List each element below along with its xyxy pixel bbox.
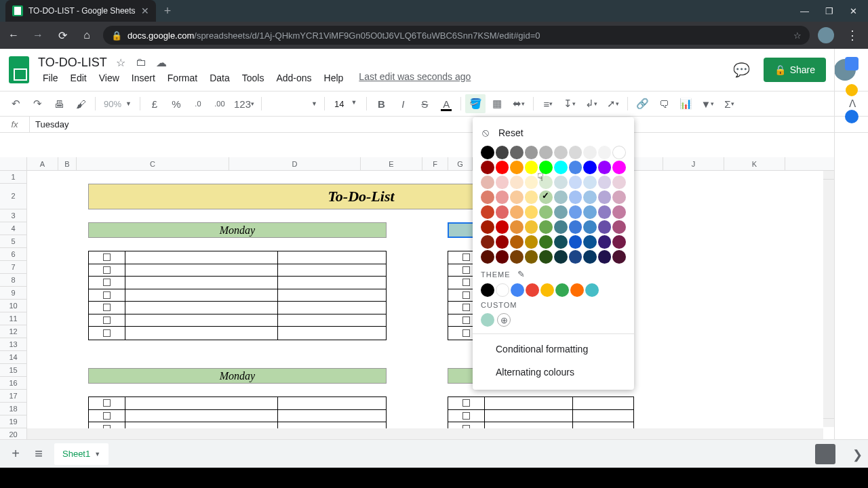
borders-button[interactable]: ▦ <box>487 94 507 113</box>
task-row[interactable] <box>89 314 386 327</box>
undo-button[interactable]: ↶ <box>5 94 26 113</box>
back-button[interactable]: ← <box>5 27 22 43</box>
formula-bar[interactable]: Tuesday <box>30 119 868 129</box>
home-button[interactable]: ⌂ <box>79 27 95 43</box>
color-swatch[interactable] <box>481 205 494 219</box>
color-swatch[interactable] <box>612 220 626 234</box>
checkbox[interactable] <box>103 412 111 420</box>
row-header[interactable]: 14 <box>0 351 27 364</box>
checkbox[interactable] <box>103 304 111 311</box>
color-swatch[interactable] <box>554 235 568 249</box>
color-swatch[interactable] <box>612 146 626 159</box>
color-swatch[interactable] <box>525 220 538 234</box>
task-row[interactable] <box>89 289 386 302</box>
color-swatch[interactable] <box>583 146 597 159</box>
col-header[interactable]: D <box>229 157 361 170</box>
color-swatch[interactable] <box>569 146 583 159</box>
color-swatch[interactable] <box>569 190 583 204</box>
color-swatch[interactable] <box>583 176 597 189</box>
color-swatch[interactable] <box>525 161 538 174</box>
bold-button[interactable]: B <box>371 94 391 113</box>
move-icon[interactable]: 🗀 <box>134 56 148 68</box>
task-row[interactable] <box>89 251 386 264</box>
color-swatch[interactable] <box>539 161 553 174</box>
color-swatch[interactable] <box>554 146 568 159</box>
calendar-icon[interactable] <box>845 57 859 70</box>
keep-icon[interactable] <box>846 84 858 96</box>
theme-swatch[interactable] <box>555 283 569 297</box>
add-sheet-button[interactable]: + <box>5 444 26 464</box>
checkbox[interactable] <box>462 317 470 324</box>
color-swatch[interactable] <box>510 146 524 159</box>
color-swatch[interactable] <box>554 161 568 174</box>
row-header[interactable]: 2 <box>0 184 27 209</box>
checkbox[interactable] <box>462 279 470 286</box>
task-row[interactable] <box>89 397 386 410</box>
insert-comment-button[interactable]: 🗨 <box>654 94 674 113</box>
font-size-dropdown[interactable]: 14▼ <box>329 99 362 109</box>
col-header[interactable]: K <box>724 157 785 170</box>
color-swatch[interactable] <box>583 205 597 219</box>
menu-data[interactable]: Data <box>205 71 235 85</box>
color-swatch[interactable] <box>510 161 524 174</box>
new-tab-button[interactable]: + <box>156 4 180 18</box>
address-bar[interactable]: 🔒 docs.google.com/spreadsheets/d/1Aj-QHk… <box>103 26 810 45</box>
task-row[interactable] <box>89 264 386 277</box>
currency-button[interactable]: £ <box>144 94 165 113</box>
color-swatch[interactable] <box>481 220 494 234</box>
task-row[interactable] <box>89 327 386 340</box>
select-all-corner[interactable] <box>0 157 27 170</box>
increase-decimal-button[interactable]: .00 <box>210 94 230 113</box>
tasks-icon[interactable] <box>845 110 859 123</box>
insert-chart-button[interactable]: 📊 <box>675 94 696 113</box>
text-rotation-dropdown[interactable]: ➚ ▾ <box>603 94 623 113</box>
row-header[interactable]: 20 <box>0 428 27 439</box>
row-header[interactable]: 4 <box>0 222 27 235</box>
color-swatch[interactable] <box>583 161 597 174</box>
cloud-status-icon[interactable]: ☁ <box>155 56 168 69</box>
all-sheets-button[interactable]: ≡ <box>28 444 49 464</box>
checkbox[interactable] <box>462 329 470 337</box>
color-swatch[interactable] <box>496 220 509 234</box>
row-header[interactable]: 3 <box>0 209 27 222</box>
row-header[interactable]: 11 <box>0 312 27 325</box>
task-row[interactable] <box>448 410 633 423</box>
color-swatch[interactable] <box>525 146 538 159</box>
row-header[interactable]: 10 <box>0 300 27 312</box>
edit-theme-icon[interactable]: ✎ <box>517 269 526 279</box>
color-swatch[interactable] <box>496 190 509 204</box>
color-swatch[interactable] <box>539 220 553 234</box>
checkbox[interactable] <box>103 279 111 286</box>
reload-button[interactable]: ⟳ <box>54 27 71 43</box>
color-swatch[interactable] <box>481 235 494 249</box>
forward-button[interactable]: → <box>30 27 46 43</box>
menu-view[interactable]: View <box>94 71 124 85</box>
checkbox[interactable] <box>462 291 470 299</box>
vertical-align-dropdown[interactable]: ↧ ▾ <box>559 94 580 113</box>
add-custom-color-button[interactable]: ⊕ <box>497 313 511 327</box>
text-wrap-dropdown[interactable]: ↲ ▾ <box>581 94 601 113</box>
color-swatch[interactable] <box>598 205 612 219</box>
theme-swatch[interactable] <box>496 283 509 297</box>
color-swatch[interactable] <box>612 250 626 264</box>
color-swatch[interactable] <box>598 220 612 234</box>
theme-swatch[interactable] <box>570 283 584 297</box>
zoom-dropdown[interactable]: 90%▼ <box>100 99 136 109</box>
row-header[interactable]: 18 <box>0 403 27 415</box>
color-swatch[interactable] <box>554 190 568 204</box>
color-swatch[interactable] <box>598 190 612 204</box>
color-swatch[interactable] <box>583 235 597 249</box>
task-row[interactable] <box>89 410 386 423</box>
strikethrough-button[interactable]: S <box>414 94 435 113</box>
color-swatch[interactable] <box>612 190 626 204</box>
theme-swatch[interactable] <box>511 283 524 297</box>
color-swatch[interactable] <box>583 250 597 264</box>
menu-help[interactable]: Help <box>319 71 349 85</box>
conditional-formatting-option[interactable]: Conditional formatting <box>473 337 634 360</box>
col-header[interactable]: C <box>77 157 229 170</box>
print-button[interactable]: 🖶 <box>49 94 69 113</box>
side-panel-expand-icon[interactable]: ❯ <box>852 447 863 462</box>
row-header[interactable]: 13 <box>0 338 27 351</box>
row-header[interactable]: 17 <box>0 390 27 403</box>
color-swatch[interactable] <box>583 190 597 204</box>
